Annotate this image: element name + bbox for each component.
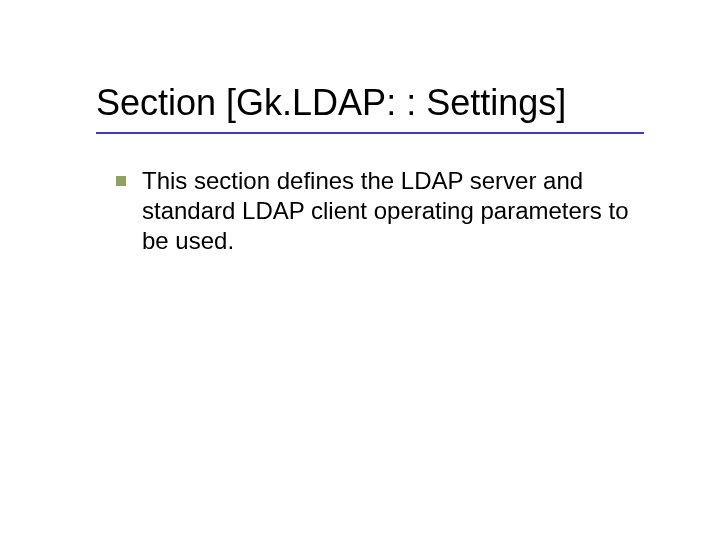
square-bullet-icon — [116, 176, 126, 186]
title-wrap: Section [Gk.LDAP: : Settings] — [96, 82, 656, 132]
slide: Section [Gk.LDAP: : Settings] This secti… — [0, 0, 720, 540]
list-item: This section defines the LDAP server and… — [116, 166, 636, 256]
title-underline — [96, 132, 644, 134]
slide-title: Section [Gk.LDAP: : Settings] — [96, 82, 656, 132]
list-item-text: This section defines the LDAP server and… — [142, 166, 636, 256]
body: This section defines the LDAP server and… — [116, 166, 636, 256]
